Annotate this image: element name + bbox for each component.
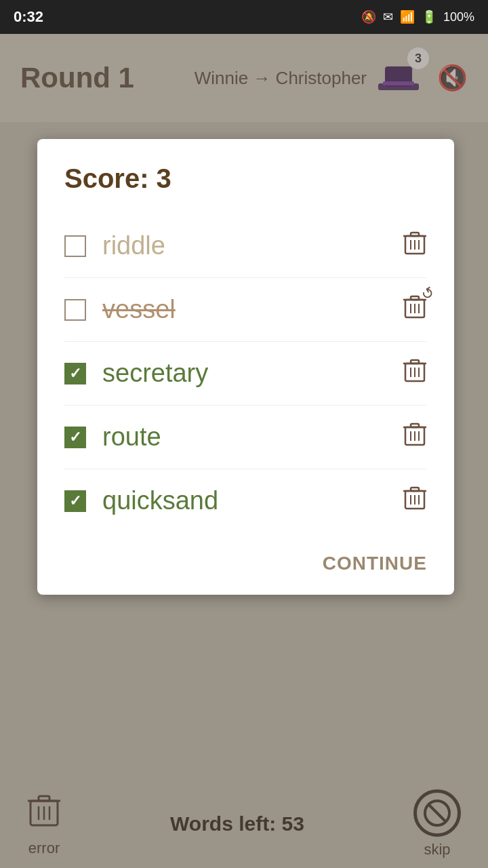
word-text-vessel: vessel <box>102 295 176 324</box>
score-modal: Score: 3 riddle <box>37 139 454 595</box>
trash-icon-route[interactable] <box>403 420 427 454</box>
score-title: Score: 3 <box>64 163 427 194</box>
word-left-riddle: riddle <box>64 231 165 260</box>
status-bar: 0:32 🔕 ✉ 📶 🔋 100% <box>0 0 488 34</box>
status-time: 0:32 <box>14 8 43 26</box>
notification-icon: 🔕 <box>361 9 376 24</box>
list-item: vessel ↺ <box>64 278 427 342</box>
svg-rect-5 <box>411 233 419 236</box>
continue-button[interactable]: CONTINUE <box>323 553 427 574</box>
word-text-secretary: secretary <box>102 359 208 388</box>
svg-rect-23 <box>411 424 419 427</box>
continue-button-container: CONTINUE <box>64 546 427 574</box>
svg-rect-29 <box>411 488 419 491</box>
battery-icon: 🔋 <box>422 9 436 24</box>
trash-svg-quicksand <box>403 484 427 511</box>
word-text-route: route <box>102 422 161 452</box>
checkbox-secretary[interactable]: ✓ <box>64 363 86 384</box>
word-list: riddle vessel <box>64 214 427 532</box>
trash-svg-secretary <box>403 357 427 384</box>
trash-icon-quicksand[interactable] <box>403 484 427 517</box>
checkbox-riddle[interactable] <box>64 235 86 257</box>
checkbox-vessel[interactable] <box>64 299 86 321</box>
word-text-riddle: riddle <box>102 231 165 260</box>
word-text-quicksand: quicksand <box>102 486 218 515</box>
checkbox-quicksand[interactable]: ✓ <box>64 490 86 512</box>
word-left-vessel: vessel <box>64 295 176 324</box>
svg-rect-17 <box>411 360 419 363</box>
battery-text: 100% <box>443 10 474 24</box>
trash-svg-route <box>403 420 427 448</box>
svg-rect-11 <box>411 296 419 300</box>
sim-icon: ✉ <box>383 9 393 24</box>
trash-svg-riddle <box>403 229 427 256</box>
list-item: riddle <box>64 214 427 278</box>
trash-with-arrow-vessel: ↺ <box>403 293 427 326</box>
word-left-quicksand: ✓ quicksand <box>64 486 218 515</box>
list-item: ✓ route <box>64 406 427 469</box>
checkmark-quicksand: ✓ <box>69 492 81 510</box>
trash-icon-riddle[interactable] <box>403 229 427 262</box>
checkbox-route[interactable]: ✓ <box>64 427 86 448</box>
trash-icon-secretary[interactable] <box>403 357 427 390</box>
checkmark-secretary: ✓ <box>69 365 81 382</box>
list-item: ✓ quicksand <box>64 469 427 532</box>
trash-icon-vessel[interactable]: ↺ <box>403 293 427 326</box>
status-icons: 🔕 ✉ 📶 🔋 100% <box>361 9 474 24</box>
list-item: ✓ secretary <box>64 342 427 406</box>
word-left-route: ✓ route <box>64 422 161 452</box>
checkmark-route: ✓ <box>69 429 81 446</box>
word-left-secretary: ✓ secretary <box>64 359 208 388</box>
wifi-icon: 📶 <box>400 9 415 24</box>
background-app: Round 1 Winnie → Christopher 3 🔇 Score: … <box>0 34 488 868</box>
